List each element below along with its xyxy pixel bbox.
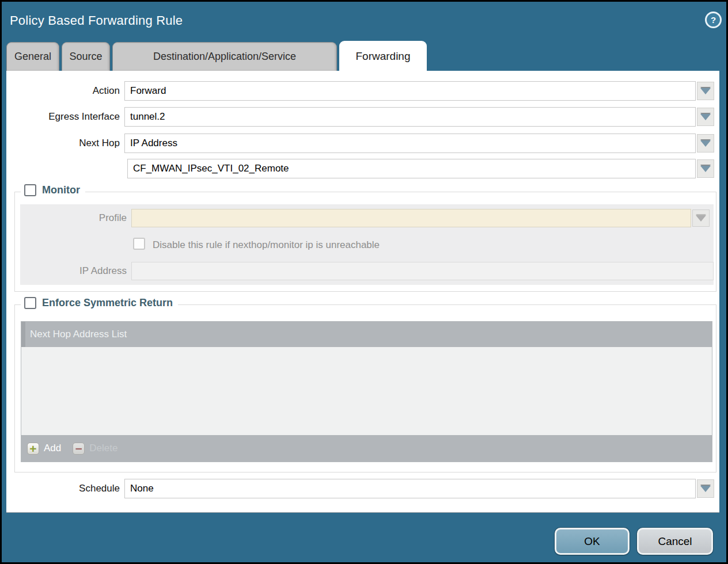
chevron-down-icon — [700, 88, 711, 94]
action-dropdown[interactable]: Forward — [124, 81, 696, 101]
chevron-down-icon — [696, 215, 706, 222]
profile-dropdown-disabled — [131, 209, 691, 227]
delete-button-label: Delete — [89, 443, 117, 454]
action-label: Action — [6, 85, 120, 97]
chevron-down-icon — [700, 114, 711, 120]
next-hop-address-table-footer: + Add − Delete — [21, 435, 712, 462]
tab-general[interactable]: General — [6, 42, 59, 71]
plus-icon: + — [27, 443, 39, 455]
tab-label: Source — [69, 51, 102, 63]
disable-rule-checkbox-disabled — [133, 238, 145, 250]
egress-interface-label: Egress Interface — [6, 111, 120, 123]
next-hop-address-table-header: Next Hop Address List — [21, 322, 712, 347]
chevron-down-icon — [700, 486, 711, 492]
tab-destination-application-service[interactable]: Destination/Application/Service — [112, 42, 337, 71]
schedule-value: None — [130, 483, 154, 494]
next-hop-address-table-body-empty — [21, 347, 712, 435]
schedule-dropdown-button[interactable] — [697, 479, 714, 498]
monitor-legend: Monitor — [21, 184, 85, 196]
action-dropdown-button[interactable] — [697, 82, 714, 100]
tab-label: General — [14, 51, 51, 63]
chevron-down-icon — [700, 166, 711, 172]
add-button[interactable]: + Add — [27, 443, 61, 455]
ok-button[interactable]: OK — [555, 528, 630, 555]
add-button-label: Add — [44, 443, 61, 454]
egress-interface-dropdown-button[interactable] — [697, 108, 714, 126]
disable-rule-label: Disable this rule if nexthop/monitor ip … — [153, 239, 380, 251]
next-hop-type-value: IP Address — [130, 138, 177, 149]
profile-dropdown-button-disabled — [692, 209, 710, 227]
schedule-dropdown[interactable]: None — [124, 479, 696, 498]
next-hop-label: Next Hop — [6, 138, 120, 149]
next-hop-address-table: Next Hop Address List + Add − Delete — [21, 321, 712, 462]
next-hop-type-dropdown-button[interactable] — [697, 134, 714, 153]
monitor-ip-address-field-disabled — [131, 262, 714, 280]
monitor-ip-address-label: IP Address — [6, 265, 127, 277]
minus-icon: − — [73, 443, 85, 455]
egress-interface-dropdown[interactable]: tunnel.2 — [124, 107, 696, 127]
next-hop-address-dropdown-button[interactable] — [697, 159, 714, 178]
forwarding-tab-panel: Action Forward Egress Interface tunnel.2… — [6, 71, 719, 513]
enforce-symmetric-return-checkbox[interactable] — [24, 297, 36, 309]
next-hop-address-list-column-header: Next Hop Address List — [30, 329, 127, 340]
enforce-symmetric-return-legend: Enforce Symmetric Return — [21, 297, 178, 309]
enforce-symmetric-return-legend-label: Enforce Symmetric Return — [42, 297, 173, 309]
action-value: Forward — [130, 85, 166, 97]
cancel-button[interactable]: Cancel — [637, 528, 713, 555]
schedule-label: Schedule — [6, 483, 120, 494]
help-icon[interactable]: ? — [705, 12, 722, 28]
ok-button-label: OK — [584, 535, 600, 548]
tab-source[interactable]: Source — [62, 42, 110, 71]
tab-label: Destination/Application/Service — [153, 51, 296, 63]
next-hop-address-value: CF_MWAN_IPsec_VTI_02_Remote — [133, 163, 289, 174]
chevron-down-icon — [700, 140, 711, 147]
monitor-legend-label: Monitor — [42, 184, 80, 196]
egress-interface-value: tunnel.2 — [130, 111, 165, 123]
next-hop-address-dropdown[interactable]: CF_MWAN_IPsec_VTI_02_Remote — [127, 159, 696, 178]
next-hop-type-dropdown[interactable]: IP Address — [124, 134, 696, 153]
pbf-rule-dialog: Policy Based Forwarding Rule ? General S… — [0, 0, 728, 564]
tab-label: Forwarding — [355, 50, 410, 63]
profile-label: Profile — [6, 212, 127, 224]
page-title: Policy Based Forwarding Rule — [10, 13, 183, 28]
cancel-button-label: Cancel — [658, 535, 692, 548]
monitor-checkbox[interactable] — [24, 184, 36, 196]
tab-forwarding[interactable]: Forwarding — [339, 41, 427, 71]
delete-button-disabled: − Delete — [73, 443, 117, 455]
